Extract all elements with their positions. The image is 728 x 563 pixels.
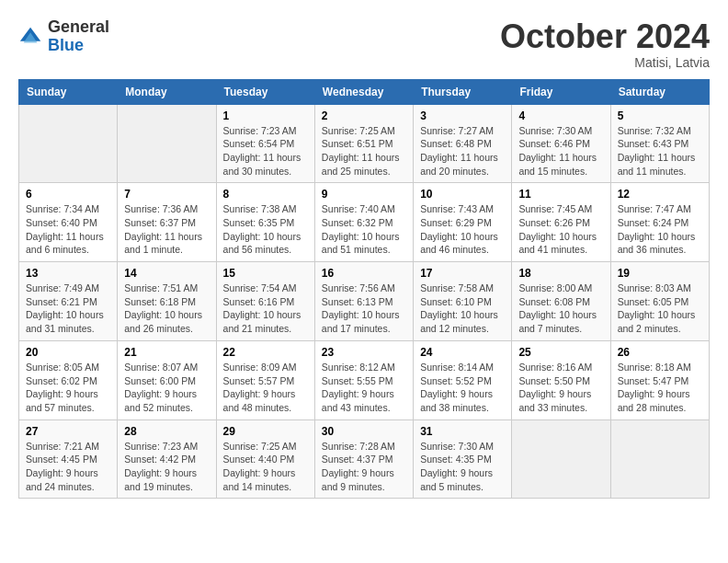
day-info: Sunrise: 7:25 AM Sunset: 6:51 PM Dayligh… xyxy=(322,124,406,178)
day-number: 6 xyxy=(26,188,110,201)
day-info: Sunrise: 8:00 AM Sunset: 6:08 PM Dayligh… xyxy=(518,282,603,336)
day-number: 2 xyxy=(322,109,406,122)
day-info: Sunrise: 7:56 AM Sunset: 6:13 PM Dayligh… xyxy=(322,282,406,336)
calendar-cell: 25Sunrise: 8:16 AM Sunset: 5:50 PM Dayli… xyxy=(512,340,610,419)
calendar-cell: 27Sunrise: 7:21 AM Sunset: 4:45 PM Dayli… xyxy=(19,419,118,499)
month-title: October 2024 xyxy=(500,18,710,55)
day-info: Sunrise: 7:32 AM Sunset: 6:43 PM Dayligh… xyxy=(618,124,702,178)
calendar-table: SundayMondayTuesdayWednesdayThursdayFrid… xyxy=(18,79,710,500)
day-number: 10 xyxy=(420,188,505,201)
day-number: 25 xyxy=(518,346,603,359)
day-info: Sunrise: 7:27 AM Sunset: 6:48 PM Dayligh… xyxy=(420,124,505,178)
calendar-cell: 30Sunrise: 7:28 AM Sunset: 4:37 PM Dayli… xyxy=(314,419,413,499)
calendar-cell: 2Sunrise: 7:25 AM Sunset: 6:51 PM Daylig… xyxy=(314,104,413,183)
calendar-cell: 6Sunrise: 7:34 AM Sunset: 6:40 PM Daylig… xyxy=(19,183,118,262)
logo-general-text: General xyxy=(48,17,109,36)
day-number: 29 xyxy=(223,425,308,438)
day-number: 22 xyxy=(223,346,308,359)
location-subtitle: Matisi, Latvia xyxy=(500,55,710,70)
day-number: 30 xyxy=(322,425,406,438)
day-info: Sunrise: 7:23 AM Sunset: 4:42 PM Dayligh… xyxy=(124,440,209,494)
column-header-thursday: Thursday xyxy=(414,79,512,104)
day-info: Sunrise: 7:23 AM Sunset: 6:54 PM Dayligh… xyxy=(223,124,308,178)
day-info: Sunrise: 7:47 AM Sunset: 6:24 PM Dayligh… xyxy=(618,202,702,257)
day-info: Sunrise: 7:45 AM Sunset: 6:26 PM Dayligh… xyxy=(518,202,603,257)
day-info: Sunrise: 7:34 AM Sunset: 6:40 PM Dayligh… xyxy=(26,202,110,257)
day-info: Sunrise: 7:49 AM Sunset: 6:21 PM Dayligh… xyxy=(26,282,110,336)
day-info: Sunrise: 7:25 AM Sunset: 4:40 PM Dayligh… xyxy=(223,440,308,494)
calendar-cell xyxy=(19,104,118,183)
calendar-cell: 15Sunrise: 7:54 AM Sunset: 6:16 PM Dayli… xyxy=(216,262,314,341)
day-info: Sunrise: 7:28 AM Sunset: 4:37 PM Dayligh… xyxy=(322,440,406,494)
calendar-cell: 19Sunrise: 8:03 AM Sunset: 6:05 PM Dayli… xyxy=(610,262,709,341)
calendar-cell: 24Sunrise: 8:14 AM Sunset: 5:52 PM Dayli… xyxy=(414,340,512,419)
day-info: Sunrise: 8:03 AM Sunset: 6:05 PM Dayligh… xyxy=(618,282,702,336)
calendar-cell: 1Sunrise: 7:23 AM Sunset: 6:54 PM Daylig… xyxy=(216,104,314,183)
day-info: Sunrise: 8:05 AM Sunset: 6:02 PM Dayligh… xyxy=(26,361,110,415)
calendar-cell: 20Sunrise: 8:05 AM Sunset: 6:02 PM Dayli… xyxy=(19,340,118,419)
column-header-friday: Friday xyxy=(512,79,610,104)
day-number: 13 xyxy=(26,267,110,280)
day-info: Sunrise: 8:14 AM Sunset: 5:52 PM Dayligh… xyxy=(420,361,505,415)
day-number: 9 xyxy=(322,188,406,201)
day-number: 21 xyxy=(124,346,209,359)
day-number: 19 xyxy=(618,267,702,280)
day-info: Sunrise: 8:12 AM Sunset: 5:55 PM Dayligh… xyxy=(322,361,406,415)
day-number: 8 xyxy=(223,188,308,201)
day-number: 17 xyxy=(420,267,505,280)
day-number: 26 xyxy=(618,346,702,359)
day-info: Sunrise: 7:51 AM Sunset: 6:18 PM Dayligh… xyxy=(124,282,209,336)
calendar-cell xyxy=(512,419,610,499)
calendar-cell: 8Sunrise: 7:38 AM Sunset: 6:35 PM Daylig… xyxy=(216,183,314,262)
calendar-cell: 18Sunrise: 8:00 AM Sunset: 6:08 PM Dayli… xyxy=(512,262,610,341)
calendar-cell: 23Sunrise: 8:12 AM Sunset: 5:55 PM Dayli… xyxy=(314,340,413,419)
day-number: 4 xyxy=(518,109,603,122)
calendar-cell: 12Sunrise: 7:47 AM Sunset: 6:24 PM Dayli… xyxy=(610,183,709,262)
day-number: 28 xyxy=(124,425,209,438)
header-row: SundayMondayTuesdayWednesdayThursdayFrid… xyxy=(19,79,710,104)
calendar-cell: 16Sunrise: 7:56 AM Sunset: 6:13 PM Dayli… xyxy=(314,262,413,341)
day-number: 11 xyxy=(518,188,603,201)
day-number: 18 xyxy=(518,267,603,280)
calendar-header: SundayMondayTuesdayWednesdayThursdayFrid… xyxy=(19,79,710,104)
calendar-cell: 29Sunrise: 7:25 AM Sunset: 4:40 PM Dayli… xyxy=(216,419,314,499)
calendar-cell: 28Sunrise: 7:23 AM Sunset: 4:42 PM Dayli… xyxy=(118,419,216,499)
day-number: 5 xyxy=(618,109,702,122)
calendar-cell: 10Sunrise: 7:43 AM Sunset: 6:29 PM Dayli… xyxy=(414,183,512,262)
calendar-cell: 5Sunrise: 7:32 AM Sunset: 6:43 PM Daylig… xyxy=(610,104,709,183)
column-header-tuesday: Tuesday xyxy=(216,79,314,104)
calendar-cell: 17Sunrise: 7:58 AM Sunset: 6:10 PM Dayli… xyxy=(414,262,512,341)
day-info: Sunrise: 8:18 AM Sunset: 5:47 PM Dayligh… xyxy=(618,361,702,415)
calendar-week-5: 27Sunrise: 7:21 AM Sunset: 4:45 PM Dayli… xyxy=(19,419,710,499)
day-info: Sunrise: 7:43 AM Sunset: 6:29 PM Dayligh… xyxy=(420,202,505,257)
day-info: Sunrise: 7:38 AM Sunset: 6:35 PM Dayligh… xyxy=(223,202,308,257)
calendar-cell: 7Sunrise: 7:36 AM Sunset: 6:37 PM Daylig… xyxy=(118,183,216,262)
logo-text: General Blue xyxy=(48,18,109,55)
day-info: Sunrise: 8:07 AM Sunset: 6:00 PM Dayligh… xyxy=(124,361,209,415)
day-number: 23 xyxy=(322,346,406,359)
day-number: 31 xyxy=(420,425,505,438)
day-info: Sunrise: 8:09 AM Sunset: 5:57 PM Dayligh… xyxy=(223,361,308,415)
calendar-cell: 26Sunrise: 8:18 AM Sunset: 5:47 PM Dayli… xyxy=(610,340,709,419)
calendar-cell: 21Sunrise: 8:07 AM Sunset: 6:00 PM Dayli… xyxy=(118,340,216,419)
calendar-week-1: 1Sunrise: 7:23 AM Sunset: 6:54 PM Daylig… xyxy=(19,104,710,183)
day-number: 14 xyxy=(124,267,209,280)
day-info: Sunrise: 7:30 AM Sunset: 6:46 PM Dayligh… xyxy=(518,124,603,178)
calendar-week-2: 6Sunrise: 7:34 AM Sunset: 6:40 PM Daylig… xyxy=(19,183,710,262)
day-info: Sunrise: 7:58 AM Sunset: 6:10 PM Dayligh… xyxy=(420,282,505,336)
page-header: General Blue October 2024 Matisi, Latvia xyxy=(18,18,710,70)
calendar-cell: 13Sunrise: 7:49 AM Sunset: 6:21 PM Dayli… xyxy=(19,262,118,341)
calendar-cell: 11Sunrise: 7:45 AM Sunset: 6:26 PM Dayli… xyxy=(512,183,610,262)
day-number: 20 xyxy=(26,346,110,359)
day-number: 24 xyxy=(420,346,505,359)
column-header-monday: Monday xyxy=(118,79,216,104)
logo: General Blue xyxy=(18,18,109,55)
calendar-cell: 9Sunrise: 7:40 AM Sunset: 6:32 PM Daylig… xyxy=(314,183,413,262)
day-number: 3 xyxy=(420,109,505,122)
calendar-cell: 22Sunrise: 8:09 AM Sunset: 5:57 PM Dayli… xyxy=(216,340,314,419)
day-number: 12 xyxy=(618,188,702,201)
day-info: Sunrise: 7:21 AM Sunset: 4:45 PM Dayligh… xyxy=(26,440,110,494)
day-number: 1 xyxy=(223,109,308,122)
day-info: Sunrise: 7:36 AM Sunset: 6:37 PM Dayligh… xyxy=(124,202,209,257)
calendar-cell: 3Sunrise: 7:27 AM Sunset: 6:48 PM Daylig… xyxy=(414,104,512,183)
